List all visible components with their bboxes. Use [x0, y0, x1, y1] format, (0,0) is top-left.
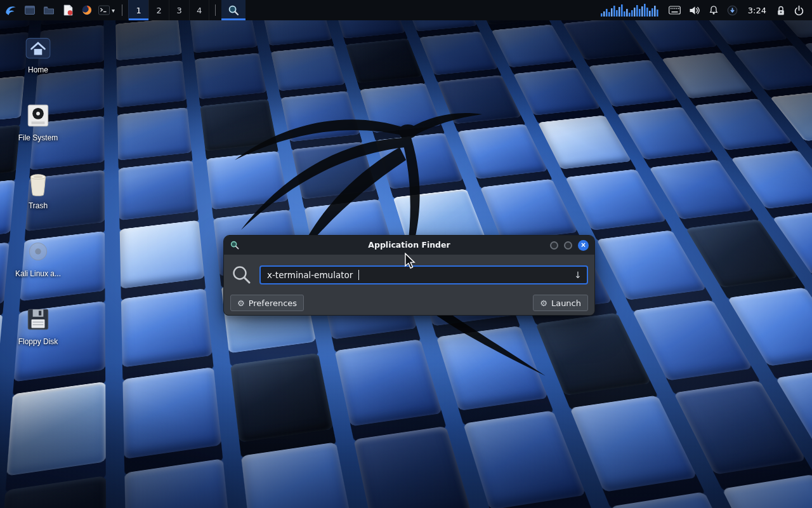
volume-control[interactable] — [689, 6, 700, 15]
launch-button-label: Launch — [551, 298, 581, 308]
titlebar[interactable]: Application Finder × — [224, 236, 594, 255]
bell-icon — [709, 5, 719, 15]
logout-power[interactable] — [794, 5, 804, 16]
wallpaper-cube — [565, 169, 666, 231]
volume-disc-icon — [23, 237, 53, 266]
desktop-icon-label: Trash — [29, 201, 48, 210]
wallpaper-cube — [41, 20, 104, 25]
wallpaper-cube — [0, 20, 32, 32]
home-folder-icon — [23, 33, 53, 62]
workspace-1[interactable]: 1 — [128, 0, 148, 20]
files-launcher[interactable] — [20, 0, 39, 20]
documents-launcher[interactable] — [39, 0, 58, 20]
search-icon — [232, 265, 252, 285]
workspace-switcher: 1 2 3 4 — [128, 0, 209, 20]
launch-icon: ⚙ — [540, 298, 547, 308]
wallpaper-cube — [333, 20, 405, 39]
folder-icon — [43, 4, 55, 17]
desktop-icon-floppy[interactable]: Floppy Disk — [8, 305, 69, 373]
wallpaper-cube — [617, 107, 712, 160]
firefox-launcher[interactable] — [77, 0, 96, 20]
wallpaper-cube — [632, 20, 717, 53]
wallpaper-cube — [588, 60, 678, 107]
workspace-3[interactable]: 3 — [169, 0, 189, 20]
mouse-cursor — [404, 253, 416, 269]
notifications[interactable] — [709, 5, 719, 15]
chevron-down-icon: ▾ — [112, 7, 115, 14]
wallpaper-cube — [0, 314, 3, 397]
trash-icon — [23, 169, 53, 198]
text-caret — [358, 270, 359, 280]
panel-separator — [122, 4, 122, 16]
workspace-4[interactable]: 4 — [189, 0, 209, 20]
audio-visualizer-widget[interactable] — [601, 4, 660, 17]
volume-icon — [689, 6, 700, 15]
text-editor-launcher[interactable] — [58, 0, 77, 20]
firefox-icon — [81, 4, 93, 17]
launch-button[interactable]: ⚙ Launch — [533, 295, 588, 311]
desktop-icon-column: Home File System Trash — [8, 33, 69, 373]
power-icon — [794, 5, 804, 16]
kali-logo-icon — [4, 3, 18, 17]
terminal-icon — [98, 4, 110, 17]
desktop-icon-home[interactable]: Home — [8, 33, 69, 101]
desktop-icon-label: File System — [18, 133, 58, 142]
gear-icon: ⚙ — [237, 298, 245, 308]
top-panel: ▾ 1 2 3 4 — [0, 0, 812, 20]
terminal-dropdown-launcher[interactable]: ▾ — [96, 0, 116, 20]
wallpaper-cube — [0, 476, 107, 508]
app-finder-icon — [227, 4, 240, 17]
wallpaper-cube — [632, 300, 752, 380]
wallpaper-cube — [353, 426, 471, 508]
screen: ▾ 1 2 3 4 — [0, 0, 812, 508]
desktop-icon-file-system[interactable]: File System — [8, 101, 69, 169]
desktop-icon-kali-volume[interactable]: Kali Linux a... — [8, 237, 69, 305]
keyboard-icon — [669, 6, 681, 15]
audio-spectrum-icon — [601, 4, 660, 17]
clock[interactable]: 3:24 — [746, 6, 768, 15]
keyboard-indicator[interactable] — [669, 6, 681, 15]
update-arrow-icon — [727, 5, 738, 16]
screen-lock[interactable] — [776, 5, 785, 16]
desktop-icon-trash[interactable]: Trash — [8, 169, 69, 237]
panel-separator — [215, 4, 216, 16]
desktop-icon-label: Home — [28, 65, 48, 74]
file-manager-icon — [23, 4, 36, 17]
wallpaper-cube — [472, 20, 548, 25]
kali-menu-button[interactable] — [1, 0, 20, 20]
minimize-button[interactable] — [550, 241, 558, 250]
dropdown-arrow-icon[interactable]: ↓ — [574, 270, 582, 280]
software-updates[interactable] — [727, 5, 738, 16]
taskbar-application-finder[interactable] — [221, 0, 246, 20]
wallpaper-cube — [722, 474, 812, 508]
maximize-button[interactable] — [564, 241, 572, 250]
application-finder-window: Application Finder × x-terminal-emulator… — [223, 235, 595, 316]
wallpaper-cube — [403, 20, 477, 32]
lock-icon — [776, 5, 785, 16]
wallpaper-cube — [125, 458, 232, 508]
wallpaper-cube — [262, 20, 332, 46]
wallpaper-cube — [649, 159, 752, 219]
wallpaper-cube — [240, 442, 353, 508]
wallpaper-cube — [597, 230, 707, 300]
window-title: Application Finder — [224, 236, 594, 255]
preferences-button[interactable]: ⚙ Preferences — [230, 295, 304, 311]
wallpaper-cube — [570, 395, 697, 492]
preferences-button-label: Preferences — [249, 298, 297, 308]
kali-dragon-logo — [159, 44, 577, 387]
wallpaper-cube — [463, 410, 586, 508]
wallpaper-cube — [7, 382, 107, 476]
drive-icon — [23, 101, 53, 130]
workspace-2[interactable]: 2 — [148, 0, 169, 20]
floppy-disk-icon — [23, 305, 53, 334]
close-button[interactable]: × — [578, 240, 589, 251]
command-input[interactable]: x-terminal-emulator ↓ — [259, 265, 588, 284]
wallpaper-cube — [662, 52, 753, 98]
command-input-value: x-terminal-emulator — [267, 270, 353, 280]
text-editor-icon — [62, 4, 74, 17]
desktop-icon-label: Floppy Disk — [18, 337, 58, 346]
desktop-icon-label: Kali Linux a... — [15, 269, 61, 278]
